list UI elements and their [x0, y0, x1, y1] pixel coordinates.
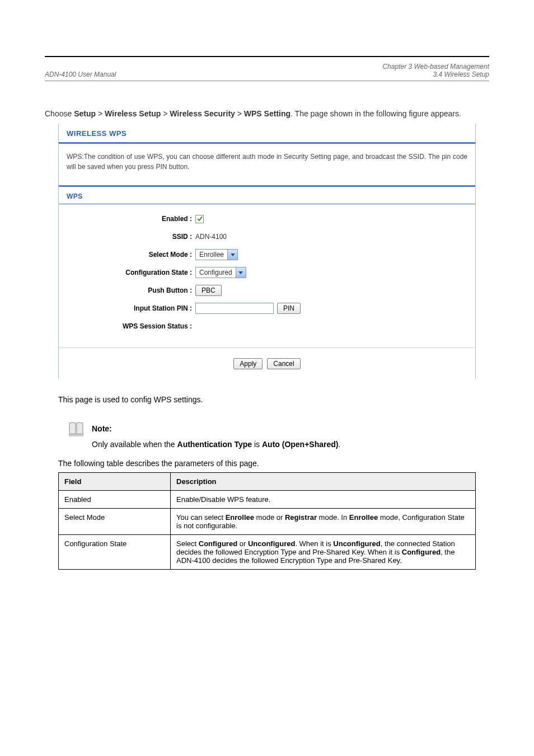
- cell-field: Enabled: [59, 491, 171, 509]
- apply-button[interactable]: Apply: [233, 358, 263, 369]
- screenshot-panel: WIRELESS WPS WPS:The condition of use WP…: [58, 124, 476, 378]
- label-select-mode: Select Mode :: [67, 251, 195, 259]
- table-row: Configuration State Select Configured or…: [59, 535, 476, 570]
- label-config-state: Configuration State :: [67, 269, 195, 276]
- header-right-1: Chapter 3 Web-based Management: [382, 63, 489, 71]
- label-ssid: SSID :: [67, 233, 195, 241]
- station-pin-field[interactable]: [195, 303, 274, 314]
- header-right-2: 3.4 Wireless Setup: [382, 71, 489, 78]
- svg-marker-1: [238, 271, 243, 274]
- cell-field: Configuration State: [59, 535, 171, 570]
- cell-description: You can select Enrollee mode or Registra…: [171, 509, 476, 535]
- pin-button[interactable]: PIN: [277, 303, 301, 314]
- config-state-value: Configured: [196, 269, 236, 276]
- cancel-button[interactable]: Cancel: [267, 358, 300, 369]
- note-block: Note:: [67, 421, 476, 436]
- intro-text: Choose Setup > Wireless Setup > Wireless…: [45, 109, 489, 118]
- table-row: Select Mode You can select Enrollee mode…: [59, 509, 476, 535]
- select-mode-value: Enrollee: [196, 251, 227, 259]
- cell-field: Select Mode: [59, 509, 171, 535]
- select-mode-dropdown[interactable]: Enrollee: [195, 249, 238, 260]
- enabled-checkbox[interactable]: [195, 215, 204, 223]
- pbc-button[interactable]: PBC: [195, 285, 222, 296]
- chevron-down-icon: [227, 250, 237, 260]
- table-header-row: Field Description: [59, 473, 476, 491]
- note-label: Note:: [92, 424, 112, 433]
- svg-marker-0: [231, 253, 235, 256]
- section-title: WPS: [59, 185, 475, 204]
- panel-description: WPS:The condition of use WPS, you can ch…: [59, 144, 475, 182]
- description-paragraph: This page is used to config WPS settings…: [58, 395, 476, 404]
- th-description: Description: [171, 473, 476, 491]
- config-state-dropdown[interactable]: Configured: [195, 267, 246, 278]
- check-icon: [196, 215, 203, 222]
- parameters-table: Field Description Enabled Enable/Disable…: [58, 472, 476, 570]
- header-left: ADN-4100 User Manual: [45, 71, 116, 78]
- cell-description: Select Configured or Unconfigured. When …: [171, 535, 476, 570]
- label-push-button: Push Button :: [67, 287, 195, 294]
- doc-header: ADN-4100 User Manual Chapter 3 Web-based…: [45, 63, 489, 78]
- book-icon: [67, 421, 85, 436]
- label-session-status: WPS Session Status :: [67, 322, 195, 330]
- table-row: Enabled Enable/Disable WPS feature.: [59, 491, 476, 509]
- label-enabled: Enabled :: [67, 215, 195, 223]
- note-text: Only available when the Authentication T…: [92, 440, 476, 449]
- chevron-down-icon: [236, 267, 246, 278]
- table-intro: The following table describes the parame…: [58, 459, 476, 468]
- panel-title: WIRELESS WPS: [59, 124, 475, 144]
- svg-rect-2: [69, 434, 83, 436]
- th-field: Field: [59, 473, 171, 491]
- cell-description: Enable/Disable WPS feature.: [171, 491, 476, 509]
- label-input-pin: Input Station PIN :: [67, 304, 195, 312]
- ssid-value: ADN-4100: [195, 233, 227, 241]
